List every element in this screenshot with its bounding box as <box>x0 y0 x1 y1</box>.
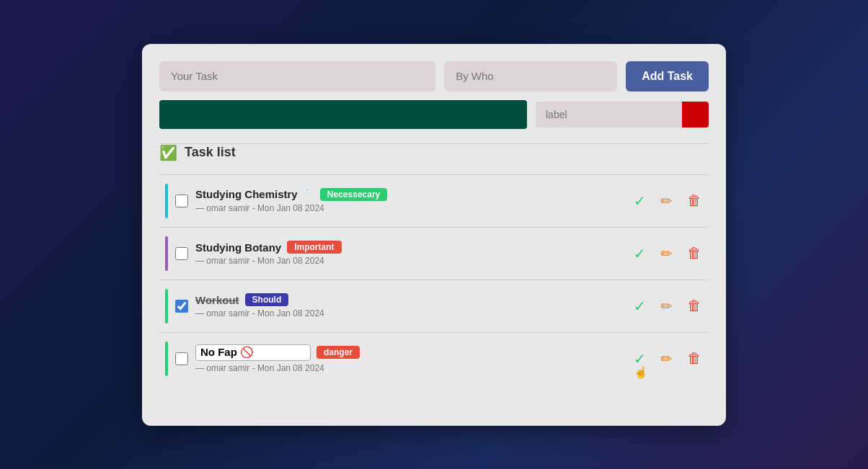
complete-button[interactable]: ✓ <box>632 244 647 264</box>
complete-button[interactable]: ✓ <box>632 191 647 211</box>
label-input[interactable] <box>536 102 682 128</box>
task-badge: danger <box>316 346 360 359</box>
task-meta: — omar samir - Mon Jan 08 2024 <box>195 256 625 266</box>
task-actions: ✓ ✏ 🗑 <box>632 244 703 264</box>
color-bar <box>165 341 168 376</box>
task-meta: — omar samir - Mon Jan 08 2024 <box>195 363 625 373</box>
task-name: Studying Chemistry 🦷 <box>195 188 314 201</box>
color-bar <box>165 236 168 271</box>
edit-button[interactable]: ✏ <box>659 296 674 316</box>
edit-button[interactable]: ✏ <box>659 244 674 264</box>
task-actions: ✓ ✏ 🗑 <box>632 191 703 211</box>
color-preview <box>159 100 527 129</box>
task-input[interactable] <box>159 61 435 91</box>
task-name-edit-input[interactable] <box>195 344 311 361</box>
task-list: Studying Chemistry 🦷 Necessecary — omar … <box>159 175 709 385</box>
task-meta: — omar samir - Mon Jan 08 2024 <box>195 203 625 213</box>
task-content: Workout Should — omar samir - Mon Jan 08… <box>195 293 625 318</box>
task-content: Studying Chemistry 🦷 Necessecary — omar … <box>195 188 625 213</box>
who-input[interactable] <box>444 61 617 91</box>
add-task-button[interactable]: Add Task <box>626 61 709 91</box>
task-meta: — omar samir - Mon Jan 08 2024 <box>195 308 625 318</box>
task-badge: Necessecary <box>320 188 387 201</box>
color-bar <box>165 289 168 323</box>
task-actions: ✓ ☝ ✏ 🗑 <box>632 349 703 369</box>
color-row <box>159 100 709 129</box>
task-checkbox[interactable] <box>175 247 188 260</box>
task-checkbox[interactable] <box>175 352 188 365</box>
task-title-row: Workout Should <box>195 293 625 306</box>
delete-button[interactable]: 🗑 <box>686 296 703 316</box>
task-badge: Important <box>287 241 341 254</box>
input-row: Add Task <box>159 61 709 91</box>
task-checkbox[interactable] <box>175 300 188 313</box>
list-item: Studying Botany Important — omar samir -… <box>159 228 709 280</box>
list-item: Studying Chemistry 🦷 Necessecary — omar … <box>159 175 709 228</box>
complete-button[interactable]: ✓ ☝ <box>632 349 647 369</box>
task-title-row: Studying Botany Important <box>195 241 625 254</box>
color-swatch-button[interactable] <box>682 102 709 128</box>
list-item: danger — omar samir - Mon Jan 08 2024 ✓ … <box>159 333 709 385</box>
edit-button[interactable]: ✏ <box>659 349 674 369</box>
delete-button[interactable]: 🗑 <box>686 244 703 263</box>
task-content: danger — omar samir - Mon Jan 08 2024 <box>195 344 625 373</box>
complete-button[interactable]: ✓ <box>632 296 647 316</box>
section-title: ✅ Task list <box>159 144 709 167</box>
task-name: Studying Botany <box>195 241 281 254</box>
edit-button[interactable]: ✏ <box>659 191 674 211</box>
list-item: Workout Should — omar samir - Mon Jan 08… <box>159 280 709 333</box>
cursor-indicator: ☝ <box>634 365 648 379</box>
section-title-text: Task list <box>185 145 236 160</box>
check-icon: ✓ <box>634 351 646 367</box>
task-title-row: Studying Chemistry 🦷 Necessecary <box>195 188 625 201</box>
task-title-row: danger <box>195 344 625 361</box>
label-input-wrap <box>536 102 709 128</box>
task-checkbox[interactable] <box>175 195 188 207</box>
color-bar <box>165 184 168 218</box>
delete-button[interactable]: 🗑 <box>686 191 703 210</box>
task-content: Studying Botany Important — omar samir -… <box>195 241 625 266</box>
delete-button[interactable]: 🗑 <box>686 349 703 368</box>
task-name: Workout <box>195 294 239 306</box>
task-badge: Should <box>245 293 289 306</box>
task-actions: ✓ ✏ 🗑 <box>632 296 703 316</box>
checklist-icon: ✅ <box>159 144 177 161</box>
main-card: Add Task ✅ Task list Studying Chemistry … <box>142 44 726 426</box>
